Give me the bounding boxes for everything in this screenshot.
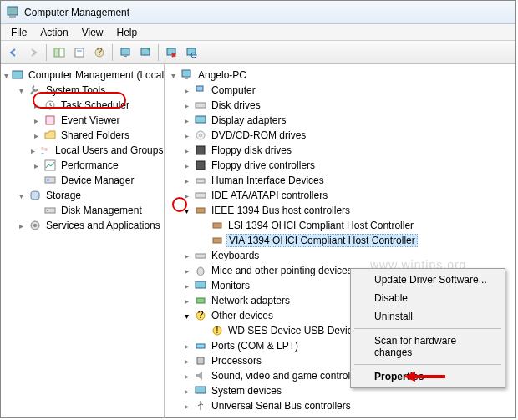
tree-storage[interactable]: ▾Storage — [1, 188, 164, 203]
event-icon — [43, 114, 57, 127]
app-icon — [6, 6, 19, 19]
tree-ieee1394[interactable]: ▾IEEE 1394 Bus host controllers — [165, 203, 515, 218]
other-icon: ? — [194, 309, 207, 322]
monitor-button[interactable] — [116, 43, 135, 62]
svg-point-17 — [41, 147, 44, 150]
tree-display-adapters[interactable]: ▸Display adapters — [165, 113, 515, 128]
menu-view[interactable]: View — [75, 25, 110, 40]
svg-rect-5 — [77, 50, 82, 52]
ctx-disable[interactable]: Disable — [353, 289, 503, 307]
tree-device-manager[interactable]: ▸Device Manager — [1, 173, 164, 188]
svg-rect-4 — [75, 48, 84, 57]
tree-disk-drives[interactable]: ▸Disk drives — [165, 98, 515, 113]
ctx-separator — [354, 328, 501, 329]
forward-button[interactable] — [24, 43, 43, 62]
svg-rect-2 — [54, 48, 58, 57]
svg-point-26 — [33, 224, 37, 227]
svg-text:?: ? — [97, 47, 103, 58]
firewire-dev-icon — [211, 234, 224, 247]
tree-lsi1394[interactable]: ▸LSI 1394 OHCI Compliant Host Controller — [165, 218, 515, 233]
tree-dvd[interactable]: ▸DVD/CD-ROM drives — [165, 128, 515, 143]
svg-text:!: ! — [216, 324, 218, 336]
computer-icon — [180, 68, 194, 82]
ctx-scan[interactable]: Scan for hardware changes — [353, 331, 503, 362]
pc-icon — [194, 83, 207, 97]
mouse-icon — [194, 264, 207, 277]
svg-rect-51 — [196, 387, 206, 393]
tools-icon — [28, 83, 42, 97]
tree-computer-root[interactable]: ▾Angelo-PC — [165, 68, 515, 83]
display-icon — [194, 114, 207, 127]
perf-icon — [43, 159, 57, 172]
svg-rect-16 — [46, 116, 54, 124]
floppy-icon — [194, 144, 207, 157]
tree-disk-management[interactable]: ▸Disk Management — [1, 203, 164, 218]
tree-ide[interactable]: ▸IDE ATA/ATAPI controllers — [165, 188, 515, 203]
svg-point-18 — [44, 148, 48, 151]
tree-floppy-ctrl[interactable]: ▸Floppy drive controllers — [165, 158, 515, 173]
ctx-properties[interactable]: Properties — [353, 367, 503, 386]
ctx-update-driver[interactable]: Update Driver Software... — [353, 271, 503, 289]
uninstall-button[interactable] — [162, 43, 180, 62]
svg-rect-37 — [196, 193, 206, 198]
disk-icon — [43, 204, 57, 217]
svg-rect-41 — [196, 254, 206, 258]
cpu-icon — [194, 354, 207, 367]
svg-rect-1 — [9, 16, 16, 18]
menu-help[interactable]: Help — [110, 25, 145, 40]
svg-rect-40 — [213, 238, 221, 243]
menu-action[interactable]: Action — [33, 25, 74, 40]
left-pane: ▾Computer Management (Local ▾System Tool… — [1, 64, 165, 418]
storage-icon — [28, 189, 42, 202]
tree-shared-folders[interactable]: ▸Shared Folders — [1, 128, 164, 143]
hid-icon — [194, 174, 207, 187]
svg-point-42 — [197, 267, 204, 276]
tree-task-scheduler[interactable]: ▸Task Scheduler — [1, 98, 164, 113]
svg-rect-23 — [45, 208, 55, 213]
tree-via1394[interactable]: ▸VIA 1394 OHCI Compliant Host Controller — [165, 233, 515, 248]
scan-button[interactable] — [182, 43, 201, 62]
svg-rect-8 — [121, 48, 130, 55]
tree-system-tools[interactable]: ▾System Tools — [1, 83, 164, 98]
refresh-button[interactable] — [136, 43, 155, 62]
svg-rect-9 — [124, 56, 127, 57]
properties-button[interactable] — [70, 43, 89, 62]
svg-point-24 — [47, 210, 48, 211]
svg-rect-38 — [196, 208, 205, 213]
help-button[interactable]: ? — [90, 43, 109, 62]
svg-rect-28 — [185, 78, 188, 79]
warning-icon: ! — [211, 324, 224, 337]
monitor-icon — [194, 279, 207, 292]
svg-rect-39 — [213, 223, 221, 228]
tree-services-apps[interactable]: ▸Services and Applications — [1, 218, 164, 233]
firewire-dev-icon — [211, 219, 224, 232]
show-hide-button[interactable] — [50, 43, 69, 62]
tree-floppy-disk[interactable]: ▸Floppy disk drives — [165, 143, 515, 158]
tree-local-users[interactable]: ▸Local Users and Groups — [1, 143, 164, 158]
right-pane: www.wintips.org ▾Angelo-PC ▸Computer ▸Di… — [165, 64, 515, 418]
back-button[interactable] — [4, 43, 23, 62]
menu-file[interactable]: File — [4, 25, 33, 40]
menubar: File Action View Help — [1, 24, 515, 41]
svg-rect-50 — [197, 357, 204, 364]
svg-rect-29 — [196, 86, 203, 91]
usb-icon — [194, 399, 207, 412]
users-icon — [38, 144, 51, 157]
port-icon — [194, 339, 207, 352]
tree-keyboards[interactable]: ▸Keyboards — [165, 248, 515, 263]
clock-icon — [43, 99, 57, 112]
floppy-ctrl-icon — [194, 159, 207, 172]
tree-computer[interactable]: ▸Computer — [165, 83, 515, 98]
folder-icon — [43, 129, 57, 142]
tree-root[interactable]: ▾Computer Management (Local — [1, 68, 164, 83]
titlebar: Computer Management — [1, 1, 515, 24]
tree-usb[interactable]: ▸Universal Serial Bus controllers — [165, 398, 515, 413]
ctx-uninstall[interactable]: Uninstall — [353, 307, 503, 326]
tree-hid[interactable]: ▸Human Interface Devices — [165, 173, 515, 188]
tree-event-viewer[interactable]: ▸Event Viewer — [1, 113, 164, 128]
tree-performance[interactable]: ▸Performance — [1, 158, 164, 173]
toolbar: ? — [1, 41, 515, 64]
dvd-icon — [194, 129, 207, 142]
svg-rect-31 — [196, 116, 206, 123]
window: Computer Management File Action View Hel… — [0, 0, 516, 418]
